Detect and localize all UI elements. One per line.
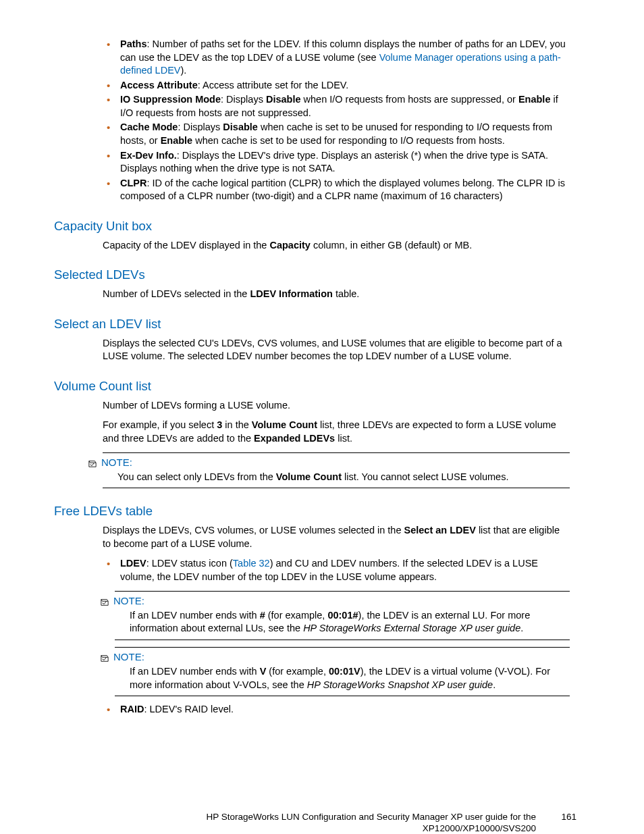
note-body: If an LDEV number ends with V (for examp… — [130, 665, 570, 692]
page-footer: HP StorageWorks LUN Configuration and Se… — [54, 811, 590, 834]
ldev-column-bullets: Paths: Number of paths set for the LDEV.… — [103, 38, 570, 203]
note-icon — [100, 653, 109, 661]
footer-line1: HP StorageWorks LUN Configuration and Se… — [206, 812, 536, 822]
note-volume-count: NOTE: You can select only LDEVs from the… — [103, 452, 570, 489]
heading-select-an-ldev-list: Select an LDEV list — [54, 316, 590, 333]
cross-reference-link[interactable]: Table 32 — [233, 558, 270, 569]
note-virtual-volume: NOTE: If an LDEV number ends with V (for… — [115, 647, 570, 696]
para-selectan: Displays the selected CU's LDEVs, CVS vo… — [103, 337, 570, 363]
free-ldevs-bullet-1: LDEV: LDEV status icon (Table 32) and CU… — [103, 557, 570, 583]
note-label: NOTE: — [101, 456, 132, 469]
para-capacity: Capacity of the LDEV displayed in the Ca… — [103, 239, 570, 253]
list-item: Cache Mode: Displays Disable when cache … — [103, 121, 570, 147]
heading-selected-ldevs: Selected LDEVs — [54, 267, 590, 284]
bullet-raid: RAID: LDEV's RAID level. — [103, 703, 570, 716]
note-body: If an LDEV number ends with # (for examp… — [130, 609, 570, 635]
cross-reference-link[interactable]: Volume Manager operations using a path-d… — [120, 52, 561, 76]
note-icon — [88, 459, 97, 467]
list-item: Ex-Dev Info.: Displays the LDEV's drive … — [103, 149, 570, 176]
footer-line2: XP12000/XP10000/SVS200 — [423, 823, 536, 833]
note-body: You can select only LDEVs from the Volum… — [117, 471, 570, 484]
list-item: IO Suppression Mode: Displays Disable wh… — [103, 93, 570, 120]
note-label: NOTE: — [113, 594, 144, 608]
heading-free-ldevs-table: Free LDEVs table — [54, 503, 590, 520]
note-icon — [100, 597, 109, 605]
free-ldevs-bullet-2: RAID: LDEV's RAID level. — [103, 703, 570, 716]
bullet-ldev: LDEV: LDEV status icon (Table 32) and CU… — [103, 557, 570, 583]
list-item: CLPR: ID of the cache logical partition … — [103, 177, 570, 203]
note-label: NOTE: — [113, 650, 144, 664]
para-selected: Number of LDEVs selected in the LDEV Inf… — [103, 288, 570, 301]
para-volcount-1: Number of LDEVs forming a LUSE volume. — [103, 399, 570, 413]
list-item: Access Attribute: Access attribute set f… — [103, 79, 570, 93]
heading-volume-count-list: Volume Count list — [54, 378, 590, 395]
note-external-lu: NOTE: If an LDEV number ends with # (for… — [115, 591, 570, 640]
para-free-1: Displays the LDEVs, CVS volumes, or LUSE… — [103, 524, 570, 550]
para-volcount-2: For example, if you select 3 in the Volu… — [103, 419, 570, 445]
heading-capacity-unit-box: Capacity Unit box — [54, 218, 590, 235]
page-number: 161 — [561, 811, 576, 823]
list-item: Paths: Number of paths set for the LDEV.… — [103, 38, 570, 78]
